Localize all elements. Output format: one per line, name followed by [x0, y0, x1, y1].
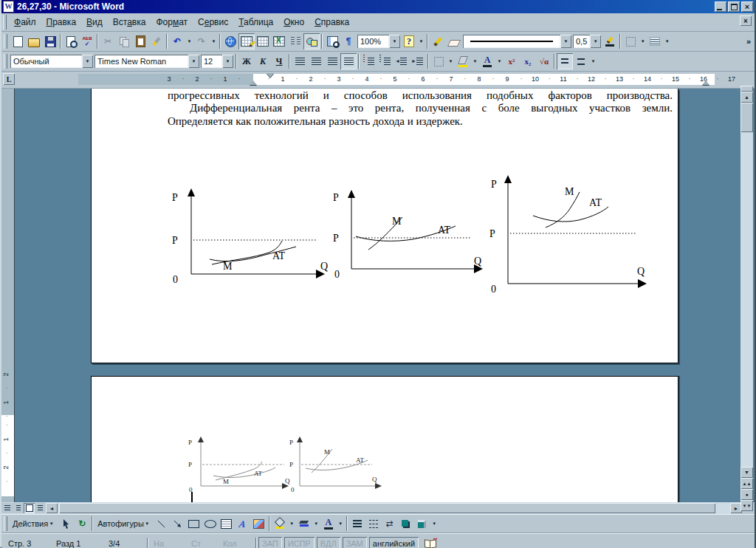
font-color-dropdown-icon[interactable]: ▼	[495, 53, 504, 69]
close-button[interactable]: ×	[741, 1, 753, 12]
status-overtype-mode[interactable]: ЗАМ	[343, 537, 367, 548]
print-layout-view-button[interactable]	[24, 503, 35, 513]
insert-table-button[interactable]	[255, 33, 271, 49]
menu-window[interactable]: Окно	[278, 15, 309, 30]
menu-file[interactable]: Файл	[9, 15, 41, 30]
redo-dropdown-icon[interactable]: ▼	[210, 33, 218, 49]
menubar-drag-handle[interactable]	[3, 15, 7, 30]
menu-edit[interactable]: Правка	[41, 15, 82, 30]
cell-alignment-dropdown-icon[interactable]: ▼	[663, 33, 671, 49]
draw-table-button[interactable]	[430, 33, 446, 49]
help-dropdown-icon[interactable]: ▼	[417, 33, 425, 49]
first-line-indent-marker[interactable]	[267, 73, 274, 78]
numbered-list-button[interactable]	[361, 53, 377, 69]
align-right-button[interactable]	[324, 53, 340, 69]
underline-button[interactable]: Ч	[271, 53, 287, 69]
eraser-button[interactable]	[446, 33, 462, 49]
drawing-toolbar-drag-handle[interactable]	[4, 516, 7, 531]
line-style-select[interactable]: ▼	[463, 34, 571, 49]
status-extend-mode[interactable]: ВДЛ	[317, 537, 340, 548]
scroll-up-icon[interactable]: ▲	[740, 92, 753, 103]
new-button[interactable]	[10, 33, 26, 49]
cut-button[interactable]: ✂	[100, 33, 116, 49]
status-revision-mode[interactable]: ИСПР	[284, 537, 315, 548]
insert-excel-button[interactable]: X	[271, 33, 287, 49]
line-weight-dropdown-icon[interactable]: ▼	[590, 35, 601, 48]
highlight-button[interactable]	[455, 53, 471, 69]
line-button[interactable]	[154, 516, 170, 532]
menu-tools[interactable]: Сервис	[193, 15, 233, 30]
normal-view-button[interactable]	[1, 503, 13, 513]
border-dropdown-icon[interactable]: ▼	[639, 33, 647, 49]
arrow-button[interactable]	[170, 516, 186, 532]
text-box-button[interactable]	[219, 516, 235, 532]
columns-button[interactable]	[287, 33, 303, 49]
copy-button[interactable]	[116, 33, 132, 49]
left-indent-marker[interactable]	[250, 81, 257, 85]
document-map-button[interactable]	[324, 33, 340, 49]
standard-toolbar-drag-handle[interactable]	[4, 34, 7, 49]
subscript-button[interactable]: x₂	[520, 53, 536, 69]
menu-insert[interactable]: Вставка	[108, 15, 151, 30]
tab-selector[interactable]: L	[3, 73, 15, 85]
paste-button[interactable]	[132, 33, 148, 49]
dash-style-button[interactable]	[365, 516, 382, 532]
page-2[interactable]: P P M AT 0 Q P P	[91, 376, 678, 502]
fill-color-button[interactable]	[272, 516, 288, 532]
font-select[interactable]: Times New Roman ▼	[94, 54, 199, 69]
h-ruler[interactable]: 3·2·1··1·2·3·4·5·6·7·8·9·10·11·12·13·14·…	[78, 74, 673, 85]
close-document-button[interactable]: ×	[740, 16, 752, 26]
outside-border-button[interactable]	[622, 33, 639, 49]
web-layout-view-button[interactable]	[13, 503, 24, 513]
rectangle-button[interactable]	[186, 516, 202, 532]
increase-indent-button[interactable]: ►	[410, 53, 426, 69]
single-spacing-button[interactable]	[557, 53, 573, 69]
font-color-button[interactable]: А	[479, 53, 495, 69]
italic-button[interactable]: К	[255, 53, 271, 69]
line-weight-select[interactable]: 0,5 ▼	[573, 34, 601, 49]
menu-table[interactable]: Таблица	[233, 15, 278, 30]
open-button[interactable]	[26, 33, 42, 49]
style-select[interactable]: Обычный ▼	[10, 54, 93, 69]
drawing-overflow-dropdown-icon[interactable]: ▼	[430, 516, 439, 532]
align-center-button[interactable]	[308, 53, 324, 69]
borders-button[interactable]	[430, 53, 447, 69]
insert-hyperlink-button[interactable]	[222, 33, 238, 49]
menu-view[interactable]: Вид	[81, 15, 108, 30]
menu-help[interactable]: Справка	[309, 15, 354, 30]
h-scroll-thumb[interactable]	[59, 503, 715, 513]
scroll-down-icon[interactable]: ▼	[740, 467, 753, 478]
v-scroll-thumb[interactable]	[740, 103, 753, 132]
toolbar-options-chevron[interactable]: »	[743, 33, 754, 49]
status-language[interactable]: английский	[369, 537, 419, 548]
insert-clipart-button[interactable]	[251, 516, 267, 532]
formatting-toolbar-drag-handle[interactable]	[4, 54, 7, 69]
bullet-list-button[interactable]	[377, 53, 394, 69]
save-button[interactable]	[42, 33, 58, 49]
v-scroll-track[interactable]	[740, 132, 753, 467]
v-ruler[interactable]: 2·1··1·2·	[1, 89, 15, 502]
undo-dropdown-icon[interactable]: ▼	[185, 33, 193, 49]
draw-font-color-dropdown-icon[interactable]: ▼	[337, 516, 345, 532]
double-spacing-button[interactable]	[573, 53, 589, 69]
oval-button[interactable]	[202, 516, 219, 532]
outline-view-button[interactable]	[35, 503, 46, 513]
cell-alignment-button[interactable]	[647, 33, 663, 49]
minimize-button[interactable]	[715, 1, 726, 12]
line-color-dropdown-icon[interactable]: ▼	[312, 516, 320, 532]
autoshapes-button[interactable]: Автофигуры▼	[94, 516, 154, 532]
decrease-indent-button[interactable]: ◄	[394, 53, 410, 69]
restore-button[interactable]	[728, 1, 740, 12]
font-dropdown-icon[interactable]: ▼	[188, 55, 199, 68]
arrow-style-button[interactable]: ⇄	[382, 516, 398, 532]
shadow-button[interactable]	[398, 516, 414, 532]
border-color-button[interactable]	[602, 33, 618, 49]
line-style-dropdown-icon[interactable]: ▼	[560, 35, 571, 48]
align-left-button[interactable]	[292, 53, 308, 69]
borders-dropdown-icon[interactable]: ▼	[447, 53, 455, 69]
scroll-left-icon[interactable]: ◄	[46, 503, 58, 513]
spelling-status[interactable]: ✗	[421, 537, 440, 548]
word-app-icon[interactable]: W	[3, 1, 14, 13]
superscript-button[interactable]: x²	[504, 53, 520, 69]
font-size-dropdown-icon[interactable]: ▼	[222, 55, 233, 68]
